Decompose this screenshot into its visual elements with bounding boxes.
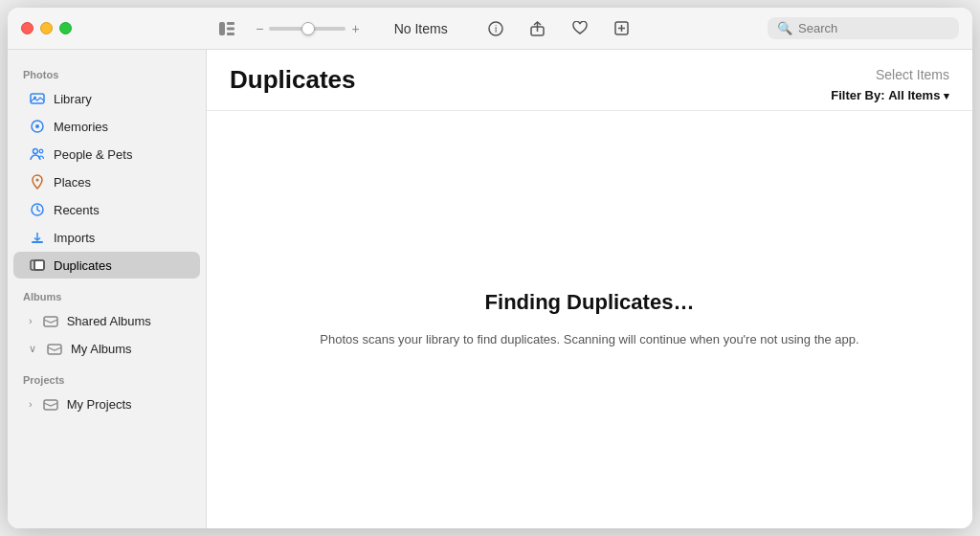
my-projects-chevron: ›	[29, 398, 33, 410]
main-window: − + No Items i	[8, 8, 972, 528]
zoom-slider-thumb	[301, 22, 315, 35]
library-icon	[29, 90, 46, 107]
sidebar-item-my-projects[interactable]: › My Projects	[13, 391, 200, 417]
titlebar-center: − + No Items i	[91, 15, 758, 42]
imports-label: Imports	[54, 231, 95, 245]
add-to-album-icon	[614, 21, 629, 35]
svg-rect-24	[44, 400, 57, 410]
filter-bar: Filter By: All Items ▾	[831, 88, 949, 102]
imports-icon	[29, 229, 46, 246]
heart-icon	[572, 21, 588, 35]
filter-label: Filter By:	[831, 88, 884, 102]
shared-albums-chevron: ›	[29, 315, 33, 326]
sidebar-item-places[interactable]: Places	[13, 168, 200, 195]
recents-icon	[29, 201, 46, 218]
zoom-minus-icon: −	[256, 21, 263, 36]
add-photo-button[interactable]	[609, 15, 635, 42]
library-label: Library	[54, 92, 92, 106]
share-button[interactable]	[524, 15, 551, 42]
svg-rect-18	[32, 241, 43, 243]
search-box[interactable]: 🔍	[768, 17, 959, 39]
recents-label: Recents	[54, 203, 100, 217]
sidebar-item-shared-albums[interactable]: › Shared Albums	[13, 307, 200, 334]
sidebar-item-people-pets[interactable]: People & Pets	[13, 141, 200, 168]
my-albums-label: My Albums	[71, 342, 132, 356]
sidebar-item-my-albums[interactable]: ∨ My Albums	[13, 335, 200, 362]
titlebar: − + No Items i	[8, 8, 972, 50]
svg-rect-22	[44, 317, 57, 326]
sidebar-item-recents[interactable]: Recents	[13, 196, 200, 223]
sidebar-item-duplicates[interactable]: Duplicates	[13, 252, 200, 279]
people-pets-icon	[29, 145, 46, 163]
close-button[interactable]	[21, 22, 33, 34]
content-header-right: Select Items Filter By: All Items ▾	[831, 65, 949, 102]
duplicates-icon	[29, 257, 46, 274]
memories-label: Memories	[54, 120, 108, 134]
places-label: Places	[54, 175, 91, 190]
maximize-button[interactable]	[59, 22, 72, 34]
page-title: Duplicates	[230, 65, 356, 95]
empty-state-title: Finding Duplicates…	[485, 290, 695, 315]
content-header: Duplicates Select Items Filter By: All I…	[207, 50, 972, 111]
sidebar-toggle-button[interactable]	[213, 15, 240, 42]
photos-section-label: Photos	[8, 57, 206, 84]
svg-point-13	[35, 124, 39, 128]
projects-section-label: Projects	[8, 363, 206, 390]
people-pets-label: People & Pets	[54, 147, 132, 162]
main-layout: Photos Library Memories People & Pets	[8, 50, 972, 528]
no-items-label: No Items	[394, 21, 448, 36]
my-albums-icon	[46, 340, 63, 357]
zoom-slider[interactable]	[269, 27, 345, 31]
select-items-button[interactable]: Select Items	[876, 65, 949, 84]
svg-point-14	[33, 149, 38, 154]
my-projects-label: My Projects	[67, 397, 132, 412]
heart-button[interactable]	[567, 15, 593, 42]
zoom-plus-icon: +	[351, 21, 359, 36]
search-icon: 🔍	[777, 21, 792, 35]
content-area: Duplicates Select Items Filter By: All I…	[207, 50, 972, 528]
shared-albums-label: Shared Albums	[67, 314, 151, 328]
svg-rect-2	[227, 27, 234, 30]
info-button[interactable]: i	[482, 15, 509, 42]
svg-rect-20	[34, 260, 44, 270]
filter-value: All Items	[888, 88, 940, 102]
sidebar: Photos Library Memories People & Pets	[8, 50, 207, 528]
memories-icon	[29, 118, 46, 135]
sidebar-item-imports[interactable]: Imports	[13, 224, 200, 251]
zoom-slider-area: − +	[256, 21, 359, 36]
sidebar-item-memories[interactable]: Memories	[13, 113, 200, 140]
duplicates-label: Duplicates	[54, 258, 112, 273]
filter-chevron-icon: ▾	[944, 90, 949, 101]
svg-rect-1	[227, 22, 234, 25]
info-icon: i	[488, 21, 503, 36]
shared-albums-icon	[42, 312, 59, 329]
svg-rect-0	[219, 22, 225, 35]
svg-rect-23	[48, 345, 61, 354]
my-projects-icon	[42, 395, 59, 413]
svg-point-16	[36, 179, 39, 182]
places-icon	[29, 173, 46, 190]
sidebar-item-library[interactable]: Library	[13, 85, 200, 112]
search-input[interactable]	[798, 21, 949, 35]
traffic-lights	[21, 22, 72, 34]
empty-state: Finding Duplicates… Photos scans your li…	[207, 111, 972, 528]
svg-point-15	[39, 149, 43, 153]
my-albums-chevron: ∨	[29, 343, 36, 355]
share-icon	[530, 21, 545, 36]
svg-rect-3	[227, 33, 234, 35]
albums-section-label: Albums	[8, 279, 206, 306]
sidebar-toggle-icon	[219, 22, 234, 35]
empty-state-description: Photos scans your library to find duplic…	[320, 330, 858, 349]
minimize-button[interactable]	[40, 22, 53, 34]
svg-text:i: i	[495, 24, 497, 34]
